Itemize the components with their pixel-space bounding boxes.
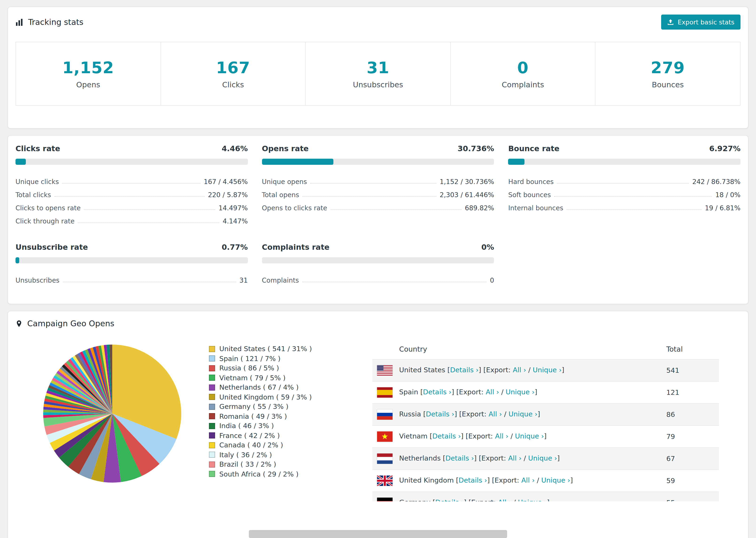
link-all[interactable]: All › — [486, 388, 499, 396]
country-cell: Vietnam [Details ›] [Export: All › / Uni… — [372, 426, 666, 448]
progress-bar-fill — [16, 257, 19, 263]
link-all[interactable]: All › — [521, 476, 535, 484]
legend-item-united-kingdom: United Kingdom ( 59 / 3% ) — [209, 392, 372, 402]
rate-row-label: Unsubscribes — [16, 277, 59, 284]
link-unique[interactable]: Unique › — [533, 366, 562, 374]
total-cell: 55 — [666, 492, 719, 501]
legend-label: Romania ( 49 / 3% ) — [219, 413, 287, 420]
rates-card: Clicks rate4.46%Unique clicks167 / 4.456… — [8, 135, 748, 304]
dotted-leader — [54, 196, 204, 197]
legend-label: South Africa ( 29 / 2% ) — [219, 470, 298, 478]
dotted-leader — [310, 183, 436, 184]
rate-title: Complaints rate — [262, 243, 329, 252]
link-details[interactable]: Details › — [423, 388, 452, 396]
link-unique[interactable]: Unique › — [515, 432, 544, 440]
dotted-leader — [78, 223, 219, 223]
geo-table-header-row: Country Total — [372, 340, 719, 359]
geo-opens-header: Campaign Geo Opens — [16, 319, 740, 328]
rate-row: Total opens2,303 / 61.446% — [262, 186, 494, 198]
stat-box-unsubscribes: 31Unsubscribes — [305, 42, 450, 105]
dotted-leader — [302, 282, 487, 282]
flag-gb-icon — [377, 476, 393, 486]
stat-label: Unsubscribes — [353, 80, 403, 89]
country-cell: United Kingdom [Details ›] [Export: All … — [372, 470, 666, 492]
legend-item-italy: Italy ( 36 / 2% ) — [209, 450, 372, 459]
rate-row: Unsubscribes31 — [16, 271, 248, 284]
rate-title: Clicks rate — [16, 144, 60, 153]
link-unique[interactable]: Unique › — [541, 476, 570, 484]
legend-item-germany: Germany ( 55 / 3% ) — [209, 402, 372, 411]
progress-bar-fill — [508, 159, 524, 165]
link-all[interactable]: All › — [498, 499, 512, 501]
progress-bar-fill — [262, 159, 333, 165]
export-label: Export: — [495, 476, 521, 484]
export-label: Export: — [486, 366, 513, 374]
export-basic-stats-button[interactable]: Export basic stats — [661, 15, 741, 29]
total-cell: 541 — [666, 359, 719, 381]
geo-table-row-russia: Russia [Details ›] [Export: All › / Uniq… — [372, 404, 719, 426]
stats-strip: 1,152Opens167Clicks31Unsubscribes0Compla… — [16, 42, 740, 106]
export-icon — [668, 19, 674, 26]
link-unique[interactable]: Unique › — [506, 388, 535, 396]
rate-row-label: Internal bounces — [508, 204, 563, 212]
link-details[interactable]: Details › — [459, 476, 487, 484]
total-cell: 121 — [666, 381, 719, 404]
link-details[interactable]: Details › — [426, 410, 454, 418]
rate-value: 6.927% — [709, 144, 740, 153]
rate-row-label: Clicks to opens rate — [16, 204, 81, 212]
link-details[interactable]: Details › — [435, 499, 464, 501]
rate-rows: Complaints0 — [262, 271, 494, 284]
stat-value: 0 — [517, 58, 528, 77]
legend-label: Germany ( 55 / 3% ) — [219, 403, 289, 410]
stat-value: 279 — [651, 58, 685, 77]
legend-swatch — [209, 413, 215, 419]
geo-table-row-united-kingdom: United Kingdom [Details ›] [Export: All … — [372, 470, 719, 492]
dotted-leader — [302, 196, 436, 197]
geo-content: United States ( 541 / 31% )Spain ( 121 /… — [16, 340, 740, 501]
stat-label: Opens — [76, 80, 100, 89]
progress-bar — [262, 257, 494, 263]
flag-ru-icon — [377, 409, 393, 420]
geo-table: Country Total United States [Details ›] … — [372, 340, 719, 501]
pie-chart-svg — [42, 343, 183, 484]
link-unique[interactable]: Unique › — [528, 455, 557, 462]
link-all[interactable]: All › — [489, 410, 502, 418]
link-unique[interactable]: Unique › — [509, 410, 537, 418]
horizontal-scrollbar-thumb[interactable] — [249, 530, 507, 538]
link-all[interactable]: All › — [513, 366, 526, 374]
link-unique[interactable]: Unique › — [518, 499, 547, 501]
rate-row-value: 0 — [490, 277, 494, 284]
legend-item-spain: Spain ( 121 / 7% ) — [209, 354, 372, 363]
page: Tracking stats Export basic stats 1,152O… — [0, 0, 756, 538]
dotted-leader — [567, 209, 702, 210]
legend-swatch — [209, 461, 215, 467]
export-label: Export: — [471, 499, 498, 501]
rate-row-value: 18 / 0% — [715, 191, 740, 198]
rate-row: Clicks to opens rate14.497% — [16, 198, 248, 212]
legend-item-canada: Canada ( 40 / 2% ) — [209, 440, 372, 450]
total-cell: 79 — [666, 426, 719, 448]
link-all[interactable]: All › — [495, 432, 509, 440]
rate-panel-clicks-rate: Clicks rate4.46%Unique clicks167 / 4.456… — [16, 144, 248, 225]
geo-legend: United States ( 541 / 31% )Spain ( 121 /… — [209, 340, 372, 501]
legend-item-united-states: United States ( 541 / 31% ) — [209, 344, 372, 354]
dotted-leader — [84, 209, 215, 210]
country-column-header: Country — [372, 340, 666, 359]
tracking-stats-title: Tracking stats — [28, 17, 83, 27]
legend-label: Spain ( 121 / 7% ) — [219, 355, 281, 362]
legend-label: India ( 46 / 3% ) — [219, 422, 274, 430]
rate-title: Bounce rate — [508, 144, 560, 153]
link-details[interactable]: Details › — [450, 366, 478, 374]
flag-nl-icon — [377, 454, 393, 464]
link-details[interactable]: Details › — [432, 432, 460, 440]
legend-swatch — [209, 346, 215, 352]
link-details[interactable]: Details › — [445, 455, 474, 462]
stat-box-bounces: 279Bounces — [595, 42, 740, 105]
rate-row-label: Unique opens — [262, 178, 307, 186]
rate-row: Internal bounces19 / 6.81% — [508, 198, 740, 212]
rate-row: Soft bounces18 / 0% — [508, 186, 740, 198]
link-all[interactable]: All › — [508, 455, 522, 462]
legend-swatch — [209, 433, 215, 439]
export-basic-stats-label: Export basic stats — [678, 18, 735, 26]
rate-row-label: Complaints — [262, 277, 299, 284]
